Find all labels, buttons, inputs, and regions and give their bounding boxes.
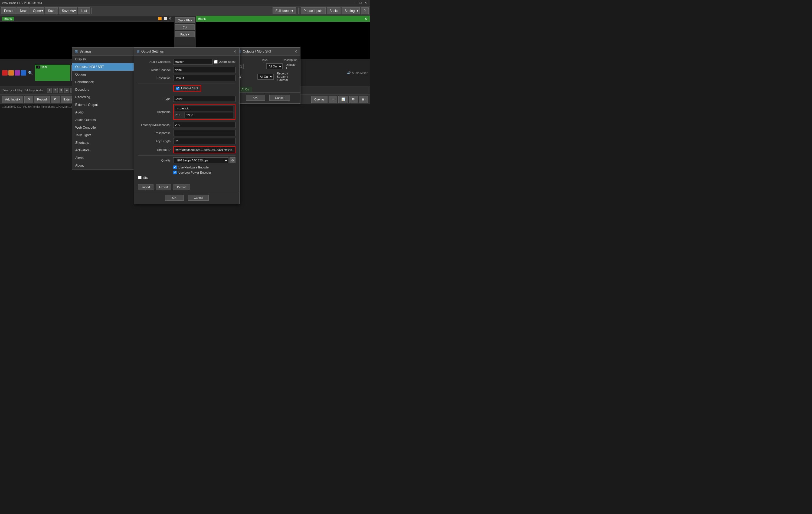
program-label: Blank xyxy=(198,17,206,20)
preview-label: Blank xyxy=(2,17,14,21)
audio-mixer-label: Audio Mixer xyxy=(352,71,368,75)
fade-button[interactable]: Fade ▾ xyxy=(175,31,195,37)
import-button[interactable]: Import xyxy=(138,184,153,190)
settings-menu-item-alerts[interactable]: Alerts xyxy=(72,154,134,162)
color-blue[interactable] xyxy=(21,70,26,76)
settings-menu-item-recording[interactable]: Recording xyxy=(72,93,134,101)
save-button[interactable]: Save xyxy=(45,7,58,15)
latency-input[interactable] xyxy=(173,122,235,128)
basic-button[interactable]: Basic xyxy=(327,7,341,15)
cut-button[interactable]: Cut xyxy=(175,24,195,30)
settings-button[interactable]: Settings▾ xyxy=(342,7,360,15)
settings-menu-item-options[interactable]: Options xyxy=(72,71,134,78)
add-input-chevron: ▾ xyxy=(19,98,20,101)
program-gear-icon[interactable]: ⚙ xyxy=(365,17,368,21)
display-icon[interactable]: 🖥 xyxy=(359,96,368,103)
audio-channels-select[interactable]: Master xyxy=(173,59,212,65)
save-as-button[interactable]: Save As▾ xyxy=(59,7,77,15)
add-input-button[interactable]: Add Input ▾ xyxy=(2,96,23,103)
overlay-button[interactable]: Overlay xyxy=(311,96,327,103)
ctrl-cut-label: Cut xyxy=(24,89,28,92)
record-button[interactable]: Record xyxy=(34,96,50,103)
stream-id-input[interactable] xyxy=(174,147,235,153)
fps-label: FPS: xyxy=(22,105,28,108)
port-input[interactable] xyxy=(184,112,234,118)
alpha-channel-select[interactable]: None xyxy=(173,67,235,73)
output-close-button[interactable]: ✕ xyxy=(233,49,237,54)
preset-button[interactable]: Preset xyxy=(1,7,17,15)
hw-encoder-checkbox[interactable] xyxy=(173,165,177,169)
fps-value: 30 xyxy=(28,105,31,108)
passphrase-input[interactable] xyxy=(173,130,235,136)
key-length-select[interactable]: 32 xyxy=(173,138,235,144)
settings-menu-item-decoders[interactable]: Decoders xyxy=(72,86,134,93)
settings-menu-item-web-controller[interactable]: Web Controller xyxy=(72,124,134,131)
output-cancel-button[interactable]: Cancel xyxy=(188,195,209,201)
outputs-close-button[interactable]: ✕ xyxy=(294,49,297,54)
show-checkbox[interactable] xyxy=(138,176,142,179)
type-select[interactable]: Caller xyxy=(173,96,235,102)
preview-gear-icon[interactable]: ⚙ xyxy=(169,17,172,20)
ctrl-num2[interactable]: 2 xyxy=(53,88,58,93)
audio-icon[interactable]: 🔊 xyxy=(347,71,351,75)
color-red[interactable] xyxy=(2,70,7,76)
settings-menu-item-outputs---ndi---srt[interactable]: Outputs / NDI / SRT xyxy=(72,63,134,71)
outputs-ok-button[interactable]: OK xyxy=(246,95,265,101)
output-dialog-body: Audio Channels Master 20 dB Boost Alpha … xyxy=(134,55,239,183)
pause-inputs-button[interactable]: Pause Inputs xyxy=(301,7,326,15)
fullscreen-button[interactable]: Fullscreen ▾ xyxy=(272,7,296,15)
new-button[interactable]: New xyxy=(17,7,29,15)
preview-icon1[interactable]: 🟧 xyxy=(158,17,162,20)
open-button[interactable]: Open▾ xyxy=(30,7,45,15)
color-palette: 🔍 xyxy=(2,70,34,76)
boost-checkbox[interactable] xyxy=(214,60,218,64)
color-orange[interactable] xyxy=(8,70,14,76)
grid-view-icon[interactable]: ⊞ xyxy=(349,96,357,103)
low-power-checkbox[interactable] xyxy=(173,171,177,174)
list-view-icon[interactable]: ☰ xyxy=(328,96,337,103)
default-button[interactable]: Default xyxy=(174,184,190,190)
input-item-1[interactable]: 1 Blank xyxy=(35,65,70,81)
settings-menu-item-tally-lights[interactable]: Tally Lights xyxy=(72,131,134,139)
ctrl-num1[interactable]: 1 xyxy=(47,88,52,93)
record-settings-icon[interactable]: ⚙ xyxy=(51,96,60,103)
settings-menu-item-external-output[interactable]: External Output xyxy=(72,101,134,109)
minimize-button[interactable]: — xyxy=(353,1,357,5)
color-purple[interactable] xyxy=(14,70,20,76)
settings-menu-item-audio-outputs[interactable]: Audio Outputs xyxy=(72,116,134,124)
right-controls: Overlay ☰ 📊 ⊞ 🖥 xyxy=(311,96,368,103)
output-settings-dialog: ⊞ Output Settings ✕ Audio Channels Maste… xyxy=(134,47,239,204)
title-bar: vMix Basic HD - 25.0.0.31 x64 — ❐ ✕ xyxy=(0,0,370,6)
help-button[interactable]: ? xyxy=(361,7,369,15)
settings-menu-item-shortcuts[interactable]: Shortcuts xyxy=(72,139,134,146)
outputs-selector-title: Outputs / NDI / SRT xyxy=(243,50,271,53)
settings-menu-item-activators[interactable]: Activators xyxy=(72,146,134,154)
settings-menu-item-audio[interactable]: Audio xyxy=(72,109,134,116)
last-button[interactable]: Last xyxy=(78,7,90,15)
settings-grid-icon: ⊞ xyxy=(75,49,78,54)
preview-icon2[interactable]: ⬜ xyxy=(164,17,167,20)
quality-select[interactable]: H264 2mbps AAC 128kbps xyxy=(173,157,228,163)
output2-plays-select[interactable]: All On xyxy=(257,74,273,80)
hostname-input[interactable] xyxy=(175,106,234,111)
output1-plays-select[interactable]: All On xyxy=(266,63,283,69)
close-button[interactable]: ✕ xyxy=(364,1,368,5)
ctrl-num4[interactable]: 4 xyxy=(64,88,69,93)
search-icon[interactable]: 🔍 xyxy=(27,70,34,76)
add-settings-icon[interactable]: ⚙ xyxy=(24,96,33,103)
outputs-cancel-button[interactable]: Cancel xyxy=(269,95,290,101)
export-button[interactable]: Export xyxy=(156,184,171,190)
ctrl-num3[interactable]: 3 xyxy=(59,88,64,93)
enable-srt-checkbox[interactable] xyxy=(176,87,179,90)
quick-play-button[interactable]: Quick Play xyxy=(175,17,195,23)
settings-menu-item-display[interactable]: Display xyxy=(72,55,134,63)
resolution-select[interactable]: Default xyxy=(173,75,235,81)
maximize-button[interactable]: ❐ xyxy=(358,1,362,5)
bar-chart-icon[interactable]: 📊 xyxy=(338,96,348,103)
settings-menu-item-performance[interactable]: Performance xyxy=(72,78,134,86)
quality-gear-icon[interactable]: ⚙ xyxy=(230,157,235,163)
render-time-label: Render Time: xyxy=(31,105,48,108)
output-ok-button[interactable]: OK xyxy=(165,195,184,201)
type-row: Type Caller xyxy=(138,96,235,102)
settings-menu-item-about[interactable]: About xyxy=(72,162,134,169)
